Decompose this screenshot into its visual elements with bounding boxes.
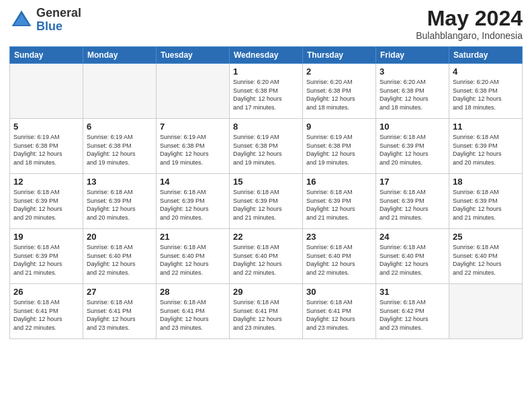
calendar-day-header-sunday: Sunday (10, 47, 83, 64)
day-number: 17 (380, 177, 445, 187)
day-info: Sunrise: 6:20 AM Sunset: 6:38 PM Dayligh… (233, 78, 299, 111)
calendar-day-cell: 31Sunrise: 6:18 AM Sunset: 6:42 PM Dayli… (376, 284, 449, 339)
day-info: Sunrise: 6:18 AM Sunset: 6:39 PM Dayligh… (306, 188, 372, 222)
day-number: 19 (13, 232, 79, 242)
calendar-day-cell: 17Sunrise: 6:18 AM Sunset: 6:39 PM Dayli… (376, 174, 449, 229)
day-number: 31 (380, 287, 445, 297)
day-info: Sunrise: 6:18 AM Sunset: 6:39 PM Dayligh… (380, 188, 445, 222)
day-info: Sunrise: 6:18 AM Sunset: 6:39 PM Dayligh… (160, 188, 226, 222)
day-number: 20 (87, 232, 152, 242)
day-info: Sunrise: 6:20 AM Sunset: 6:38 PM Dayligh… (453, 78, 519, 111)
calendar-day-cell: 6Sunrise: 6:19 AM Sunset: 6:38 PM Daylig… (83, 119, 157, 174)
day-info: Sunrise: 6:18 AM Sunset: 6:40 PM Dayligh… (87, 243, 152, 277)
calendar-day-cell: 7Sunrise: 6:19 AM Sunset: 6:38 PM Daylig… (157, 119, 230, 174)
calendar-day-cell: 16Sunrise: 6:18 AM Sunset: 6:39 PM Dayli… (303, 174, 376, 229)
calendar-day-cell: 5Sunrise: 6:19 AM Sunset: 6:38 PM Daylig… (10, 119, 83, 174)
calendar-day-cell: 1Sunrise: 6:20 AM Sunset: 6:38 PM Daylig… (230, 64, 303, 119)
calendar-day-cell: 8Sunrise: 6:19 AM Sunset: 6:38 PM Daylig… (230, 119, 303, 174)
day-info: Sunrise: 6:18 AM Sunset: 6:41 PM Dayligh… (87, 298, 152, 332)
header: General Blue May 2024 Bulahblangaro, Ind… (9, 7, 523, 41)
day-number: 15 (233, 177, 299, 187)
calendar-day-cell: 3Sunrise: 6:20 AM Sunset: 6:38 PM Daylig… (376, 64, 449, 119)
day-info: Sunrise: 6:19 AM Sunset: 6:38 PM Dayligh… (13, 133, 79, 167)
calendar-day-cell: 4Sunrise: 6:20 AM Sunset: 6:38 PM Daylig… (449, 64, 523, 119)
calendar-day-cell: 27Sunrise: 6:18 AM Sunset: 6:41 PM Dayli… (83, 284, 157, 339)
day-info: Sunrise: 6:18 AM Sunset: 6:39 PM Dayligh… (13, 188, 79, 222)
calendar-week-row: 5Sunrise: 6:19 AM Sunset: 6:38 PM Daylig… (10, 119, 523, 174)
day-info: Sunrise: 6:18 AM Sunset: 6:39 PM Dayligh… (13, 243, 79, 277)
day-info: Sunrise: 6:18 AM Sunset: 6:39 PM Dayligh… (380, 133, 445, 167)
day-info: Sunrise: 6:19 AM Sunset: 6:38 PM Dayligh… (233, 133, 299, 167)
day-info: Sunrise: 6:18 AM Sunset: 6:42 PM Dayligh… (380, 298, 445, 332)
calendar-day-cell: 14Sunrise: 6:18 AM Sunset: 6:39 PM Dayli… (157, 174, 230, 229)
calendar-day-cell: 20Sunrise: 6:18 AM Sunset: 6:40 PM Dayli… (83, 229, 157, 284)
day-info: Sunrise: 6:18 AM Sunset: 6:39 PM Dayligh… (453, 133, 519, 167)
calendar-day-cell (449, 284, 523, 339)
day-info: Sunrise: 6:18 AM Sunset: 6:41 PM Dayligh… (233, 298, 299, 332)
day-number: 13 (87, 177, 152, 187)
calendar-day-cell: 13Sunrise: 6:18 AM Sunset: 6:39 PM Dayli… (83, 174, 157, 229)
calendar-day-cell: 9Sunrise: 6:19 AM Sunset: 6:38 PM Daylig… (303, 119, 376, 174)
day-number: 9 (306, 122, 372, 132)
calendar-day-header-wednesday: Wednesday (230, 47, 303, 64)
calendar-week-row: 1Sunrise: 6:20 AM Sunset: 6:38 PM Daylig… (10, 64, 523, 119)
day-info: Sunrise: 6:18 AM Sunset: 6:41 PM Dayligh… (160, 298, 226, 332)
calendar-day-header-monday: Monday (83, 47, 157, 64)
logo: General Blue (9, 7, 81, 34)
calendar-day-cell: 23Sunrise: 6:18 AM Sunset: 6:40 PM Dayli… (303, 229, 376, 284)
day-info: Sunrise: 6:18 AM Sunset: 6:40 PM Dayligh… (453, 243, 519, 277)
day-number: 18 (453, 177, 519, 187)
day-number: 6 (87, 122, 152, 132)
day-number: 24 (380, 232, 445, 242)
location: Bulahblangaro, Indonesia (416, 30, 523, 41)
title-block: May 2024 Bulahblangaro, Indonesia (416, 7, 523, 41)
calendar-day-cell: 22Sunrise: 6:18 AM Sunset: 6:40 PM Dayli… (230, 229, 303, 284)
day-info: Sunrise: 6:19 AM Sunset: 6:38 PM Dayligh… (160, 133, 226, 167)
calendar-day-cell: 18Sunrise: 6:18 AM Sunset: 6:39 PM Dayli… (449, 174, 523, 229)
day-number: 3 (380, 66, 445, 77)
day-info: Sunrise: 6:20 AM Sunset: 6:38 PM Dayligh… (306, 78, 372, 111)
calendar-day-cell (10, 64, 83, 119)
day-info: Sunrise: 6:18 AM Sunset: 6:39 PM Dayligh… (453, 188, 519, 222)
calendar-day-cell: 2Sunrise: 6:20 AM Sunset: 6:38 PM Daylig… (303, 64, 376, 119)
page: General Blue May 2024 Bulahblangaro, Ind… (0, 0, 532, 411)
day-number: 22 (233, 232, 299, 242)
day-number: 30 (306, 287, 372, 297)
day-number: 10 (380, 122, 445, 132)
day-number: 5 (13, 122, 79, 132)
calendar-header-row: SundayMondayTuesdayWednesdayThursdayFrid… (10, 47, 523, 64)
day-info: Sunrise: 6:18 AM Sunset: 6:39 PM Dayligh… (233, 188, 299, 222)
day-number: 27 (87, 287, 152, 297)
logo-icon (9, 8, 34, 32)
calendar-day-header-friday: Friday (376, 47, 449, 64)
day-number: 26 (13, 287, 79, 297)
day-number: 16 (306, 177, 372, 187)
calendar-day-cell: 30Sunrise: 6:18 AM Sunset: 6:41 PM Dayli… (303, 284, 376, 339)
day-number: 2 (306, 66, 372, 77)
logo-general: General (36, 7, 81, 20)
day-info: Sunrise: 6:18 AM Sunset: 6:40 PM Dayligh… (306, 243, 372, 277)
calendar-day-cell: 11Sunrise: 6:18 AM Sunset: 6:39 PM Dayli… (449, 119, 523, 174)
calendar-week-row: 19Sunrise: 6:18 AM Sunset: 6:39 PM Dayli… (10, 229, 523, 284)
month-year: May 2024 (416, 7, 523, 30)
day-number: 28 (160, 287, 226, 297)
calendar-day-cell (157, 64, 230, 119)
calendar-day-cell: 25Sunrise: 6:18 AM Sunset: 6:40 PM Dayli… (449, 229, 523, 284)
day-number: 7 (160, 122, 226, 132)
calendar-day-cell: 28Sunrise: 6:18 AM Sunset: 6:41 PM Dayli… (157, 284, 230, 339)
day-number: 1 (233, 66, 299, 77)
calendar-day-cell: 19Sunrise: 6:18 AM Sunset: 6:39 PM Dayli… (10, 229, 83, 284)
calendar-day-cell: 10Sunrise: 6:18 AM Sunset: 6:39 PM Dayli… (376, 119, 449, 174)
day-info: Sunrise: 6:18 AM Sunset: 6:39 PM Dayligh… (87, 188, 152, 222)
day-info: Sunrise: 6:19 AM Sunset: 6:38 PM Dayligh… (87, 133, 152, 167)
calendar-day-header-thursday: Thursday (303, 47, 376, 64)
calendar-day-cell: 15Sunrise: 6:18 AM Sunset: 6:39 PM Dayli… (230, 174, 303, 229)
day-number: 29 (233, 287, 299, 297)
day-info: Sunrise: 6:18 AM Sunset: 6:40 PM Dayligh… (160, 243, 226, 277)
day-number: 14 (160, 177, 226, 187)
day-number: 23 (306, 232, 372, 242)
day-info: Sunrise: 6:18 AM Sunset: 6:41 PM Dayligh… (306, 298, 372, 332)
day-info: Sunrise: 6:18 AM Sunset: 6:40 PM Dayligh… (233, 243, 299, 277)
day-number: 4 (453, 66, 519, 77)
calendar-day-cell: 21Sunrise: 6:18 AM Sunset: 6:40 PM Dayli… (157, 229, 230, 284)
